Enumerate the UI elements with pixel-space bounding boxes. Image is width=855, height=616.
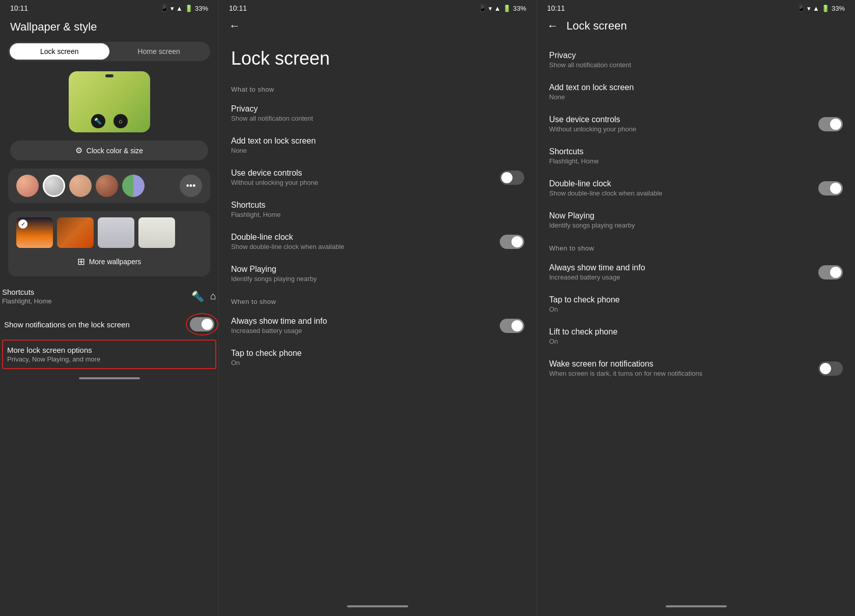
signal-icon-m: ▲	[494, 5, 501, 12]
wake-screen-row-r[interactable]: Wake screen for notifications When scree…	[537, 352, 855, 384]
privacy-title-m: Privacy	[231, 104, 524, 114]
clock-color-size-button[interactable]: ⚙ Clock color & size	[10, 141, 208, 160]
double-clock-row-m[interactable]: Double-line clock Show double-line clock…	[219, 226, 536, 258]
double-clock-subtitle-m: Show double-line clock when available	[231, 243, 500, 250]
toggle-knob-m2	[501, 172, 512, 183]
double-clock-row-r[interactable]: Double-line clock Show double-line clock…	[537, 172, 855, 204]
status-icons-middle: 📱 ▾ ▲ 🔋 33%	[478, 5, 526, 12]
tap-check-title-m: Tap to check phone	[231, 349, 524, 358]
notifications-toggle[interactable]	[190, 317, 214, 331]
home-icon: ⌂	[210, 290, 216, 302]
toggle-knob-r4	[830, 183, 841, 194]
double-clock-title-m: Double-line clock	[231, 233, 500, 242]
battery-percent-m: 33%	[513, 5, 526, 12]
shortcuts-row-r[interactable]: Shortcuts Flashlight, Home	[537, 140, 855, 172]
notifications-toggle-row: Show notifications on the lock screen	[0, 312, 218, 337]
lock-screen-header-right: ← Lock screen	[537, 14, 855, 36]
more-wallpapers-button[interactable]: ⊞ More wallpapers	[16, 253, 202, 270]
lock-screen-big-title: Lock screen	[219, 36, 536, 77]
shortcuts-row[interactable]: Shortcuts Flashlight, Home 🔦 ⌂	[0, 281, 218, 312]
add-text-title-m: Add text on lock screen	[231, 136, 524, 146]
tap-check-row-r[interactable]: Tap to check phone On	[537, 288, 855, 320]
shortcuts-title-m: Shortcuts	[231, 201, 524, 210]
add-text-row-m[interactable]: Add text on lock screen None	[219, 129, 536, 161]
phone-icon-m: 📱	[478, 5, 487, 12]
lift-check-title-r: Lift to check phone	[549, 327, 843, 337]
double-clock-text-m: Double-line clock Show double-line clock…	[231, 233, 500, 250]
toggle-knob-rw3	[820, 363, 831, 374]
swatch-1[interactable]	[16, 175, 39, 197]
lift-check-text-r: Lift to check phone On	[549, 327, 843, 345]
double-clock-toggle-m[interactable]	[500, 235, 524, 249]
panel-header-left: Wallpaper & style	[0, 14, 218, 38]
left-panel: 10:11 📱 ▾ ▲ 🔋 33% Wallpaper & style Lock…	[0, 0, 219, 616]
swatch-2[interactable]	[43, 175, 65, 197]
swatches-container: •••	[8, 169, 210, 203]
privacy-row-m[interactable]: Privacy Show all notification content	[219, 97, 536, 129]
nav-bar-left	[0, 372, 218, 388]
always-show-toggle-r[interactable]	[818, 265, 843, 279]
back-button-middle[interactable]: ←	[229, 19, 240, 33]
lift-check-subtitle-r: On	[549, 338, 843, 345]
always-show-toggle-m[interactable]	[500, 319, 524, 333]
privacy-text-r: Privacy Show all notification content	[549, 51, 843, 69]
wallpaper-row	[16, 217, 202, 248]
section-when-to-show-r: When to show	[537, 236, 855, 256]
status-time-left: 10:11	[10, 4, 28, 12]
gear-icon: ⚙	[75, 146, 82, 155]
add-text-subtitle-r: None	[549, 93, 843, 101]
middle-panel: 10:11 📱 ▾ ▲ 🔋 33% ← Lock screen What to …	[219, 0, 537, 616]
more-options-label: More lock screen options	[7, 346, 211, 354]
section-when-to-show-m: When to show	[219, 290, 536, 310]
preview-notch	[105, 74, 113, 77]
wake-screen-toggle-r[interactable]	[818, 361, 843, 376]
always-show-title-r: Always show time and info	[549, 263, 818, 272]
swatch-5[interactable]	[122, 175, 145, 197]
shortcuts-row-m[interactable]: Shortcuts Flashlight, Home	[219, 193, 536, 226]
section-what-to-show: What to show	[219, 77, 536, 97]
shortcuts-text-r: Shortcuts Flashlight, Home	[549, 147, 843, 165]
nav-pill-middle	[347, 605, 408, 607]
back-button-right[interactable]: ←	[547, 19, 558, 33]
wallpaper-3[interactable]	[98, 217, 134, 248]
shortcuts-text-m: Shortcuts Flashlight, Home	[231, 201, 524, 218]
battery-percent-r: 33%	[832, 5, 845, 12]
swatch-3[interactable]	[69, 175, 92, 197]
now-playing-row-r[interactable]: Now Playing Identify songs playing nearb…	[537, 204, 855, 236]
phone-icon: 📱	[160, 5, 168, 12]
lift-check-row-r[interactable]: Lift to check phone On	[537, 320, 855, 352]
wallpaper-4[interactable]	[138, 217, 175, 248]
tab-lock-screen[interactable]: Lock screen	[10, 43, 109, 60]
more-wallpapers-label: More wallpapers	[89, 258, 141, 266]
device-controls-subtitle-m: Without unlocking your phone	[231, 179, 500, 186]
device-controls-row-m[interactable]: Use device controls Without unlocking yo…	[219, 161, 536, 193]
privacy-text-m: Privacy Show all notification content	[231, 104, 524, 122]
wake-screen-subtitle-r: When screen is dark, it turns on for new…	[549, 370, 818, 377]
privacy-subtitle-r: Show all notification content	[549, 61, 843, 69]
wallpaper-1[interactable]	[16, 217, 53, 248]
device-controls-toggle-r[interactable]	[818, 117, 843, 131]
shortcuts-icons: 🔦 ⌂	[191, 290, 216, 302]
tap-check-subtitle-r: On	[549, 305, 843, 313]
double-clock-toggle-r[interactable]	[818, 181, 843, 195]
always-show-row-m[interactable]: Always show time and info Increased batt…	[219, 310, 536, 342]
always-show-row-r[interactable]: Always show time and info Increased batt…	[537, 256, 855, 288]
flashlight-icon: 🔦	[191, 290, 204, 302]
tab-home-screen[interactable]: Home screen	[109, 43, 209, 60]
more-swatches-button[interactable]: •••	[180, 175, 202, 197]
add-text-row-r[interactable]: Add text on lock screen None	[537, 76, 855, 108]
shortcuts-subtitle-m: Flashlight, Home	[231, 211, 524, 218]
device-controls-text-r: Use device controls Without unlocking yo…	[549, 115, 818, 133]
swatch-4[interactable]	[96, 175, 118, 197]
nav-pill-left	[79, 377, 140, 379]
now-playing-row-m[interactable]: Now Playing Identify songs playing nearb…	[219, 258, 536, 290]
wallpaper-2[interactable]	[57, 217, 94, 248]
device-controls-toggle-m[interactable]	[500, 171, 524, 185]
privacy-row-r[interactable]: Privacy Show all notification content	[537, 44, 855, 76]
device-controls-row-r[interactable]: Use device controls Without unlocking yo…	[537, 108, 855, 140]
signal-icon-r: ▲	[813, 5, 819, 12]
always-show-subtitle-r: Increased battery usage	[549, 273, 818, 281]
clock-btn-label: Clock color & size	[87, 147, 143, 155]
more-options-box[interactable]: More lock screen options Privacy, Now Pl…	[2, 340, 216, 369]
tap-check-row-m[interactable]: Tap to check phone On	[219, 342, 536, 374]
